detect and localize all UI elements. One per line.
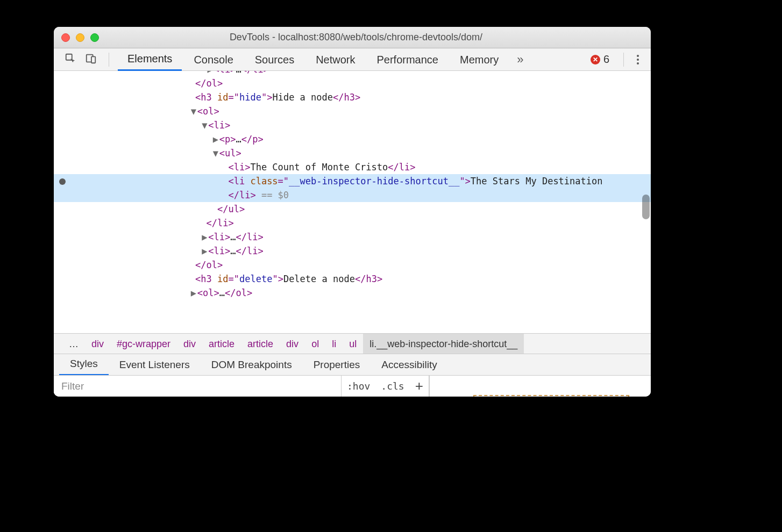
dom-node[interactable]: ▶<p>…</p> (54, 132, 651, 146)
dom-node-selected[interactable]: <li class="__web-inspector-hide-shortcut… (54, 174, 651, 202)
dom-node[interactable]: <h3 id="hide">Hide a node</h3> (54, 90, 651, 104)
dom-node[interactable]: ▶<li>…</li> (54, 71, 651, 76)
toggle-device-icon[interactable] (82, 52, 100, 68)
tab-performance-label: Performance (377, 54, 439, 66)
tab-sources[interactable]: Sources (245, 49, 304, 70)
cls-toggle[interactable]: .cls (375, 376, 409, 397)
dom-tree-pane[interactable]: ▶<li>…</li> </ol> <h3 id="hide">Hide a n… (54, 71, 651, 333)
breadcrumb-item[interactable]: article (241, 334, 280, 354)
dom-node[interactable]: ▶<li>…</li> (54, 244, 651, 258)
styles-subpanel-tabs: Styles Event Listeners DOM Breakpoints P… (54, 354, 651, 375)
zoom-window-button[interactable] (90, 33, 99, 42)
breadcrumb-item[interactable]: div (280, 334, 305, 354)
inspect-element-icon[interactable] (61, 52, 80, 68)
svg-rect-2 (91, 56, 95, 63)
tab-console[interactable]: Console (184, 49, 243, 70)
main-toolbar: Elements Console Sources Network Perform… (54, 48, 651, 71)
dom-breadcrumb: … div #gc-wrapper div article article di… (54, 333, 651, 354)
error-badge-icon (591, 55, 600, 64)
tab-memory[interactable]: Memory (450, 49, 508, 70)
styles-filter-input[interactable] (54, 376, 342, 397)
subtab-dom-breakpoints[interactable]: DOM Breakpoints (201, 355, 303, 375)
subtab-event-listeners[interactable]: Event Listeners (109, 355, 201, 375)
tab-elements-label: Elements (127, 53, 172, 64)
new-style-rule-button[interactable]: + (410, 376, 429, 397)
dom-node[interactable]: ▼<ol> (54, 104, 651, 118)
breadcrumb-more[interactable]: … (62, 334, 85, 354)
breadcrumb-item[interactable]: article (202, 334, 241, 354)
dom-node[interactable]: </ol> (54, 258, 651, 272)
breadcrumb-item[interactable]: ol (305, 334, 325, 354)
tab-sources-label: Sources (255, 54, 294, 66)
more-tabs-icon[interactable]: » (510, 53, 530, 67)
dom-node[interactable]: </ol> (54, 76, 651, 90)
dom-node[interactable]: <h3 id="delete">Delete a node</h3> (54, 272, 651, 286)
computed-preview-area (429, 376, 651, 397)
breadcrumb-item[interactable]: div (177, 334, 202, 354)
tab-memory-label: Memory (460, 54, 499, 66)
box-model-margin-icon (473, 395, 629, 397)
titlebar: DevTools - localhost:8080/web/tools/chro… (54, 27, 651, 48)
toolbar-divider (109, 53, 109, 67)
dom-node[interactable]: ▼<li> (54, 118, 651, 132)
scrollbar-thumb[interactable] (642, 195, 650, 219)
breakpoint-dot-icon[interactable] (59, 178, 66, 185)
dom-node[interactable]: ▶<li>…</li> (54, 230, 651, 244)
tab-network[interactable]: Network (306, 49, 365, 70)
error-count-label: 6 (603, 53, 609, 66)
scrollbar[interactable] (642, 71, 650, 333)
dom-node[interactable]: ▼<ul> (54, 146, 651, 160)
tab-network-label: Network (316, 54, 355, 66)
dom-node[interactable]: </ul> (54, 202, 651, 216)
tab-performance[interactable]: Performance (367, 49, 449, 70)
window-title: DevTools - localhost:8080/web/tools/chro… (99, 32, 613, 43)
error-count[interactable]: 6 (585, 53, 615, 66)
tab-elements[interactable]: Elements (118, 48, 182, 71)
breadcrumb-item[interactable]: ul (343, 334, 363, 354)
dom-node[interactable]: </li> (54, 216, 651, 230)
dom-node[interactable]: <li>The Count of Monte Cristo</li> (54, 160, 651, 174)
breadcrumb-item[interactable]: li (325, 334, 343, 354)
breadcrumb-item-selected[interactable]: li.__web-inspector-hide-shortcut__ (363, 334, 524, 354)
breadcrumb-item[interactable]: #gc-wrapper (110, 334, 177, 354)
traffic-lights (61, 33, 99, 42)
devtools-window: DevTools - localhost:8080/web/tools/chro… (54, 27, 651, 397)
subtab-accessibility[interactable]: Accessibility (371, 355, 447, 375)
styles-toolbar: :hov .cls + (54, 375, 651, 397)
tab-console-label: Console (194, 54, 233, 66)
settings-menu-icon[interactable] (632, 55, 643, 64)
hov-toggle[interactable]: :hov (342, 376, 375, 397)
subtab-properties[interactable]: Properties (303, 355, 371, 375)
minimize-window-button[interactable] (76, 33, 84, 42)
subtab-styles[interactable]: Styles (59, 354, 109, 376)
toolbar-divider (623, 53, 624, 67)
breadcrumb-item[interactable]: div (85, 334, 110, 354)
close-window-button[interactable] (61, 33, 70, 42)
dom-node[interactable]: ▶<ol>…</ol> (54, 286, 651, 300)
